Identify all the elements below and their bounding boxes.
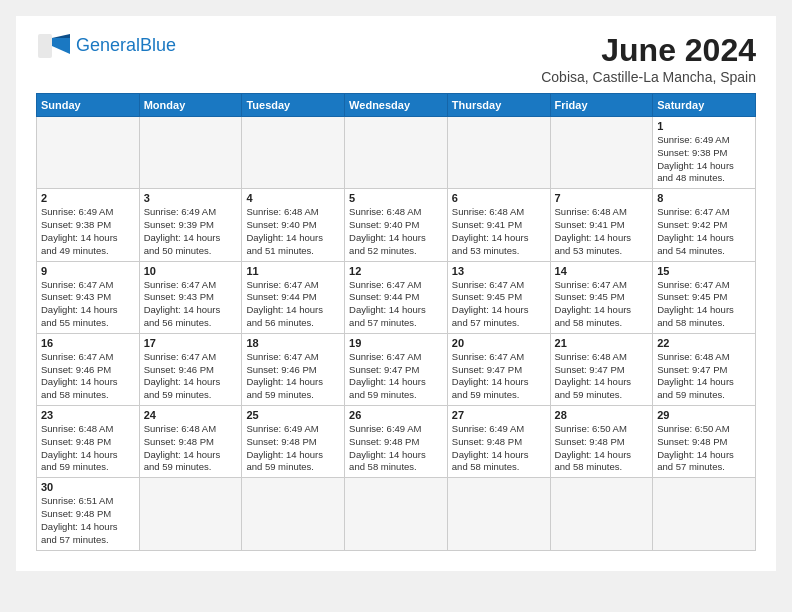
calendar-day-cell: 14Sunrise: 6:47 AM Sunset: 9:45 PM Dayli… — [550, 261, 653, 333]
logo-text: GeneralBlue — [76, 36, 176, 56]
col-thursday: Thursday — [447, 94, 550, 117]
col-monday: Monday — [139, 94, 242, 117]
day-info: Sunrise: 6:47 AM Sunset: 9:45 PM Dayligh… — [555, 279, 649, 330]
day-info: Sunrise: 6:47 AM Sunset: 9:47 PM Dayligh… — [349, 351, 443, 402]
logo-icon — [36, 32, 72, 60]
calendar-day-cell — [242, 117, 345, 189]
day-number: 2 — [41, 192, 135, 204]
calendar-day-cell — [345, 117, 448, 189]
calendar-day-cell — [447, 478, 550, 550]
day-number: 23 — [41, 409, 135, 421]
day-number: 22 — [657, 337, 751, 349]
day-number: 6 — [452, 192, 546, 204]
calendar-week-row: 23Sunrise: 6:48 AM Sunset: 9:48 PM Dayli… — [37, 406, 756, 478]
day-number: 27 — [452, 409, 546, 421]
day-number: 29 — [657, 409, 751, 421]
month-title: June 2024 — [541, 32, 756, 69]
day-number: 10 — [144, 265, 238, 277]
day-number: 17 — [144, 337, 238, 349]
calendar-day-cell: 24Sunrise: 6:48 AM Sunset: 9:48 PM Dayli… — [139, 406, 242, 478]
day-info: Sunrise: 6:50 AM Sunset: 9:48 PM Dayligh… — [555, 423, 649, 474]
day-number: 28 — [555, 409, 649, 421]
col-saturday: Saturday — [653, 94, 756, 117]
calendar-day-cell: 1Sunrise: 6:49 AM Sunset: 9:38 PM Daylig… — [653, 117, 756, 189]
location-subtitle: Cobisa, Castille-La Mancha, Spain — [541, 69, 756, 85]
day-number: 13 — [452, 265, 546, 277]
calendar-day-cell — [242, 478, 345, 550]
calendar-day-cell — [139, 478, 242, 550]
col-wednesday: Wednesday — [345, 94, 448, 117]
day-info: Sunrise: 6:47 AM Sunset: 9:43 PM Dayligh… — [41, 279, 135, 330]
calendar-day-cell: 11Sunrise: 6:47 AM Sunset: 9:44 PM Dayli… — [242, 261, 345, 333]
title-block: June 2024 Cobisa, Castille-La Mancha, Sp… — [541, 32, 756, 85]
calendar-week-row: 16Sunrise: 6:47 AM Sunset: 9:46 PM Dayli… — [37, 333, 756, 405]
day-number: 18 — [246, 337, 340, 349]
calendar-day-cell — [653, 478, 756, 550]
calendar-day-cell: 20Sunrise: 6:47 AM Sunset: 9:47 PM Dayli… — [447, 333, 550, 405]
day-info: Sunrise: 6:47 AM Sunset: 9:46 PM Dayligh… — [246, 351, 340, 402]
calendar-day-cell: 25Sunrise: 6:49 AM Sunset: 9:48 PM Dayli… — [242, 406, 345, 478]
calendar-day-cell — [447, 117, 550, 189]
calendar-day-cell — [37, 117, 140, 189]
calendar-day-cell: 5Sunrise: 6:48 AM Sunset: 9:40 PM Daylig… — [345, 189, 448, 261]
calendar-day-cell: 4Sunrise: 6:48 AM Sunset: 9:40 PM Daylig… — [242, 189, 345, 261]
calendar-day-cell: 17Sunrise: 6:47 AM Sunset: 9:46 PM Dayli… — [139, 333, 242, 405]
day-info: Sunrise: 6:47 AM Sunset: 9:46 PM Dayligh… — [144, 351, 238, 402]
calendar-day-cell — [345, 478, 448, 550]
calendar-day-cell: 10Sunrise: 6:47 AM Sunset: 9:43 PM Dayli… — [139, 261, 242, 333]
day-info: Sunrise: 6:48 AM Sunset: 9:48 PM Dayligh… — [144, 423, 238, 474]
day-info: Sunrise: 6:49 AM Sunset: 9:48 PM Dayligh… — [452, 423, 546, 474]
calendar-day-cell: 13Sunrise: 6:47 AM Sunset: 9:45 PM Dayli… — [447, 261, 550, 333]
day-number: 20 — [452, 337, 546, 349]
day-info: Sunrise: 6:47 AM Sunset: 9:44 PM Dayligh… — [349, 279, 443, 330]
day-info: Sunrise: 6:48 AM Sunset: 9:47 PM Dayligh… — [657, 351, 751, 402]
day-info: Sunrise: 6:47 AM Sunset: 9:45 PM Dayligh… — [452, 279, 546, 330]
logo-blue: Blue — [140, 35, 176, 55]
calendar-header-row: Sunday Monday Tuesday Wednesday Thursday… — [37, 94, 756, 117]
day-info: Sunrise: 6:48 AM Sunset: 9:47 PM Dayligh… — [555, 351, 649, 402]
day-number: 4 — [246, 192, 340, 204]
day-number: 8 — [657, 192, 751, 204]
calendar-day-cell: 22Sunrise: 6:48 AM Sunset: 9:47 PM Dayli… — [653, 333, 756, 405]
day-info: Sunrise: 6:49 AM Sunset: 9:39 PM Dayligh… — [144, 206, 238, 257]
calendar-day-cell: 21Sunrise: 6:48 AM Sunset: 9:47 PM Dayli… — [550, 333, 653, 405]
day-info: Sunrise: 6:47 AM Sunset: 9:46 PM Dayligh… — [41, 351, 135, 402]
calendar-day-cell: 2Sunrise: 6:49 AM Sunset: 9:38 PM Daylig… — [37, 189, 140, 261]
calendar-day-cell: 27Sunrise: 6:49 AM Sunset: 9:48 PM Dayli… — [447, 406, 550, 478]
day-number: 12 — [349, 265, 443, 277]
calendar-day-cell — [550, 478, 653, 550]
calendar-day-cell: 9Sunrise: 6:47 AM Sunset: 9:43 PM Daylig… — [37, 261, 140, 333]
calendar-day-cell: 8Sunrise: 6:47 AM Sunset: 9:42 PM Daylig… — [653, 189, 756, 261]
day-number: 14 — [555, 265, 649, 277]
calendar-day-cell: 12Sunrise: 6:47 AM Sunset: 9:44 PM Dayli… — [345, 261, 448, 333]
day-info: Sunrise: 6:47 AM Sunset: 9:47 PM Dayligh… — [452, 351, 546, 402]
calendar-day-cell: 30Sunrise: 6:51 AM Sunset: 9:48 PM Dayli… — [37, 478, 140, 550]
logo-general: General — [76, 35, 140, 55]
calendar-day-cell: 3Sunrise: 6:49 AM Sunset: 9:39 PM Daylig… — [139, 189, 242, 261]
day-info: Sunrise: 6:48 AM Sunset: 9:41 PM Dayligh… — [452, 206, 546, 257]
logo: GeneralBlue — [36, 32, 176, 60]
day-number: 5 — [349, 192, 443, 204]
day-info: Sunrise: 6:47 AM Sunset: 9:43 PM Dayligh… — [144, 279, 238, 330]
calendar-week-row: 1Sunrise: 6:49 AM Sunset: 9:38 PM Daylig… — [37, 117, 756, 189]
day-number: 11 — [246, 265, 340, 277]
col-sunday: Sunday — [37, 94, 140, 117]
day-number: 24 — [144, 409, 238, 421]
calendar-week-row: 2Sunrise: 6:49 AM Sunset: 9:38 PM Daylig… — [37, 189, 756, 261]
day-number: 15 — [657, 265, 751, 277]
day-number: 25 — [246, 409, 340, 421]
day-info: Sunrise: 6:49 AM Sunset: 9:48 PM Dayligh… — [349, 423, 443, 474]
day-number: 16 — [41, 337, 135, 349]
calendar-day-cell — [139, 117, 242, 189]
calendar-day-cell: 26Sunrise: 6:49 AM Sunset: 9:48 PM Dayli… — [345, 406, 448, 478]
day-info: Sunrise: 6:48 AM Sunset: 9:48 PM Dayligh… — [41, 423, 135, 474]
day-number: 3 — [144, 192, 238, 204]
day-info: Sunrise: 6:48 AM Sunset: 9:41 PM Dayligh… — [555, 206, 649, 257]
calendar-day-cell — [550, 117, 653, 189]
calendar-page: GeneralBlue June 2024 Cobisa, Castille-L… — [16, 16, 776, 571]
calendar-day-cell: 23Sunrise: 6:48 AM Sunset: 9:48 PM Dayli… — [37, 406, 140, 478]
day-number: 19 — [349, 337, 443, 349]
day-info: Sunrise: 6:49 AM Sunset: 9:48 PM Dayligh… — [246, 423, 340, 474]
calendar-week-row: 30Sunrise: 6:51 AM Sunset: 9:48 PM Dayli… — [37, 478, 756, 550]
day-number: 26 — [349, 409, 443, 421]
